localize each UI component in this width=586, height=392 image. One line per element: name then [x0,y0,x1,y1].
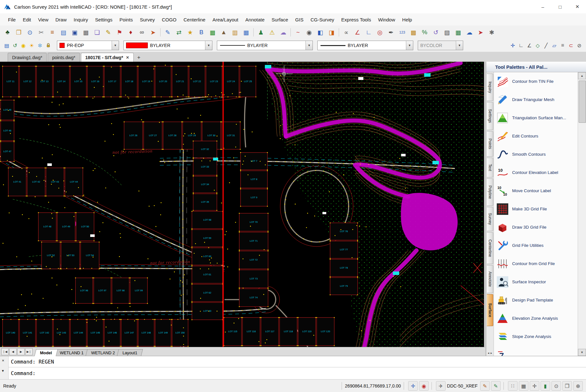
image-icon[interactable]: ▦ [207,27,218,38]
profile-icon[interactable]: ~ [292,27,304,38]
menu-points[interactable]: Points [116,15,137,24]
side-tab-survey[interactable]: Survey [487,207,493,231]
menu-inquiry[interactable]: Inquiry [70,15,91,24]
menu-edit[interactable]: Edit [19,15,35,24]
snap-icon[interactable]: ✛ [509,41,517,50]
palette-item-draw-3d-grid-file[interactable]: Draw 3D Grid File [494,218,578,236]
menu-view[interactable]: View [35,15,52,24]
menu-express-tools[interactable]: Express Tools [338,15,375,24]
layer-previous-icon[interactable]: ↺ [11,41,19,50]
side-tab-scroll[interactable]: ◂ ▸ [486,351,494,355]
palette-item-grid-file-utilities[interactable]: Grid File Utilities [494,236,578,255]
chevron-down-icon[interactable]: ▼ [112,41,119,50]
scroll-down-icon[interactable]: ▼ [578,349,586,356]
dyn-input-icon[interactable]: ▱ [550,41,558,50]
track-icon[interactable]: ╱ [542,41,550,50]
palette-item-slope-zone-analysis[interactable]: Slope Zone Analysis [494,327,578,346]
freeze-icon[interactable]: ✼ [36,41,44,50]
sheets-icon[interactable]: ❐ [562,381,572,391]
palette-item-contour-from-grid-file[interactable]: Contour from Grid File [494,255,578,273]
doc-edit-icon[interactable]: ✎ [162,27,173,38]
sun-icon[interactable]: ☀ [28,41,36,50]
doc-tab-points-dwg-[interactable]: points.dwg* [48,53,80,62]
ortho-icon[interactable]: ∟ [517,41,525,50]
palette-item-make-3d-grid-file[interactable]: Make 3D Grid File [494,200,578,218]
close-button[interactable]: ✕ [569,0,586,13]
first-layout-icon[interactable]: ❘◀ [1,348,9,355]
layout-tab-wetland-2[interactable]: WETLAND 2 [85,349,121,356]
pencil-icon[interactable]: ✎ [103,27,114,38]
doc-tab-drawing1-dwg-[interactable]: Drawing1.dwg* [8,53,47,62]
menu-area-layout[interactable]: Area/Layout [209,15,242,24]
side-tab-polyline[interactable]: Polyline [487,178,493,206]
truck-icon[interactable]: ➤ [147,27,159,38]
polar-icon[interactable]: ∠ [525,41,534,50]
layout-tab-wetland-1[interactable]: WETLAND 1 [54,349,89,356]
points-icon[interactable]: B [196,27,207,38]
layers-icon[interactable]: ≡ [47,27,58,38]
palette-item-elevation-zone-analysis[interactable]: Elevation Zone Analysis [494,309,578,327]
percent-icon[interactable]: % [419,27,430,38]
menu-annotate[interactable]: Annotate [242,15,268,24]
maximize-button[interactable]: □ [551,0,569,13]
menu-survey[interactable]: Survey [136,15,158,24]
settings-icon[interactable]: ✱ [486,27,497,38]
scrollbar-thumb[interactable] [579,81,586,123]
clock-icon[interactable]: ⊙ [551,381,561,391]
close-icon[interactable]: ✕ [2,358,4,363]
numbers-icon[interactable]: 123 [397,27,408,38]
cad-canvas[interactable]: LOT 11LOT 12LOT 13LOT 14LOT 15LOT 16LOT … [0,62,484,347]
tab-close-icon[interactable]: ✕ [126,55,129,60]
palette-item-smooth-contours[interactable]: Smooth Contours [494,145,578,163]
drawing-viewport[interactable]: LOT 11LOT 12LOT 13LOT 14LOT 15LOT 16LOT … [0,62,484,347]
menu-settings[interactable]: Settings [91,15,116,24]
menu-file[interactable]: File [4,15,19,24]
rotate-icon[interactable]: ↺ [430,27,441,38]
app-menu-icon[interactable]: ♣ [2,27,13,38]
command-prompt[interactable]: Command: [11,368,36,378]
lineweight-toggle-icon[interactable]: ≡ [558,41,567,50]
edit-pencil-icon[interactable]: ✎ [491,381,501,391]
chevron-down-icon[interactable]: ▼ [406,41,413,50]
menu-cg-survey[interactable]: CG-Survey [307,15,338,24]
scroll-up-icon[interactable]: ▲ [578,72,586,79]
layer-manager-icon[interactable]: ▤ [58,27,69,38]
crosshair-icon[interactable]: ✛ [408,381,418,391]
terrain-icon[interactable]: ▲ [218,27,229,38]
palette-item-contour-from-tin-file[interactable]: Contour from TIN File [494,72,578,90]
menu-gis[interactable]: GIS [292,15,307,24]
palette-item-draw-triangular-mesh[interactable]: Draw Triangular Mesh [494,90,578,109]
side-tab-settings[interactable]: Settings [487,102,493,130]
layout-tab-layout1[interactable]: Layout1 [117,349,143,356]
hatch-icon[interactable]: ▨ [441,27,453,38]
xref-plane-icon[interactable]: ✈ [436,381,446,391]
column-icon[interactable]: ▮ [541,381,550,391]
next-layout-icon[interactable]: ▶ [17,348,25,355]
cube-icon[interactable]: ◧ [315,27,326,38]
solid-icon[interactable]: ◨ [326,27,337,38]
glasses-icon[interactable]: ∞ [136,27,147,38]
cloud-icon[interactable]: ☁ [464,27,475,38]
people-icon[interactable]: ♟ [255,27,266,38]
side-tab-centerline[interactable]: Centerline [487,232,493,264]
open-icon[interactable]: ❐ [13,27,24,38]
new-tab-button[interactable]: + [135,53,143,62]
menu-surface[interactable]: Surface [268,15,292,24]
copy-icon[interactable]: ❏ [91,27,103,38]
side-tab-surface[interactable]: Surface [487,294,493,326]
palette-item-spot-elevation[interactable]: 7 [494,346,578,356]
menu-window[interactable]: Window [375,15,399,24]
menu-centerline[interactable]: Centerline [180,15,209,24]
chevron-down-icon[interactable]: ▼ [305,41,313,50]
prev-layout-icon[interactable]: ◀ [9,348,17,355]
star-icon[interactable]: ★ [185,27,196,38]
side-tab-annotate[interactable]: Annotate [487,265,493,293]
target-icon[interactable]: ◎ [374,27,385,38]
arrow-icon[interactable]: ➤ [475,27,486,38]
command-window[interactable]: ✕ ▼ Command: REGEN Command: [0,356,586,380]
layout-tab-model[interactable]: Model [34,349,58,356]
table-icon[interactable]: ▦ [241,27,252,38]
chevron-down-icon[interactable]: ▼ [205,41,212,50]
side-tab-points[interactable]: Points [487,131,493,157]
menu-cogo[interactable]: COGO [158,15,180,24]
